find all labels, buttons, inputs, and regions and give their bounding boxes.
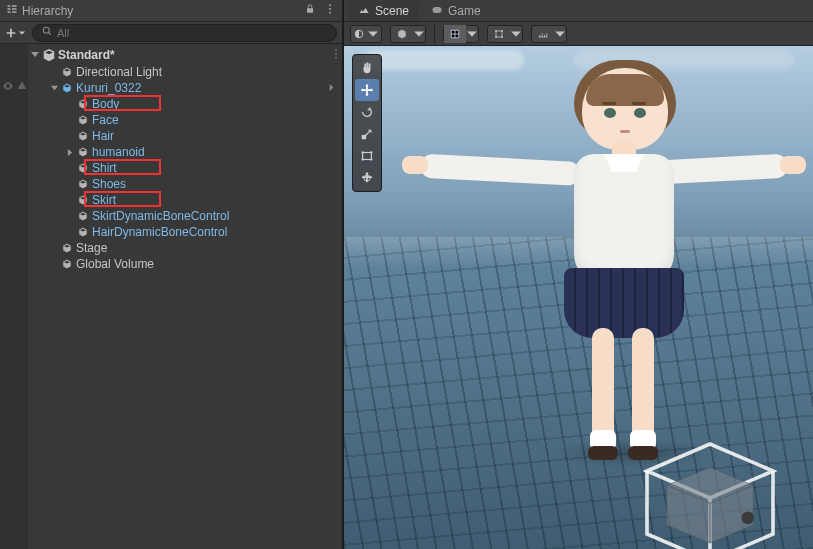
svg-rect-9 (496, 31, 502, 37)
tool-scale[interactable] (355, 123, 379, 145)
scene-name: Standard* (58, 48, 115, 62)
foldout-icon[interactable] (64, 148, 76, 157)
gameobject-label: Shoes (92, 177, 126, 191)
prefab-icon (60, 82, 74, 94)
tool-hand[interactable] (355, 57, 379, 79)
tool-rect[interactable] (355, 145, 379, 167)
svg-point-1 (329, 8, 331, 10)
unity-scene-icon (42, 48, 56, 62)
gameobject-row[interactable]: Directional Light (28, 64, 342, 80)
search-input[interactable] (57, 27, 328, 39)
gameobject-icon (76, 210, 90, 222)
svg-point-6 (335, 56, 337, 58)
hierarchy-panel: Hierarchy (0, 0, 344, 549)
tab-game[interactable]: Game (421, 1, 491, 21)
tool-rotate[interactable] (355, 101, 379, 123)
scene-row[interactable]: Standard* (28, 46, 342, 64)
gameobject-label: Directional Light (76, 65, 162, 79)
svg-point-18 (370, 151, 372, 153)
hierarchy-search[interactable] (32, 24, 337, 42)
tab-scene[interactable]: Scene (348, 1, 419, 21)
gameobject-row[interactable]: Kururi_0322 (28, 80, 342, 96)
visibility-strip (0, 44, 28, 549)
hierarchy-icon (6, 3, 18, 18)
hierarchy-header: Hierarchy (0, 0, 342, 22)
svg-point-3 (43, 27, 49, 33)
shading-mode-button[interactable] (351, 25, 381, 43)
svg-point-20 (370, 158, 372, 160)
gameobject-row[interactable]: Hair (28, 128, 342, 144)
hierarchy-toolbar (0, 22, 342, 44)
scene-tab-icon (358, 4, 370, 19)
svg-point-19 (361, 158, 363, 160)
increment-snap-button[interactable] (532, 25, 554, 43)
svg-rect-7 (433, 7, 442, 13)
kebab-icon[interactable] (324, 3, 336, 18)
gameobject-row[interactable]: humanoid (28, 144, 342, 160)
hierarchy-tree[interactable]: Standard* Directional LightKururi_0322Bo… (0, 44, 342, 549)
gameobject-icon (76, 194, 90, 206)
scene-tools-overlay (352, 54, 382, 192)
gameobject-row[interactable]: Shoes (28, 176, 342, 192)
gameobject-label: Hair (92, 129, 114, 143)
game-tab-icon (431, 4, 443, 19)
svg-point-4 (335, 49, 337, 51)
hierarchy-title: Hierarchy (22, 4, 73, 18)
gameobject-label: Global Volume (76, 257, 154, 271)
gameobject-row[interactable]: Body (28, 96, 342, 112)
gameobject-icon (76, 114, 90, 126)
svg-point-2 (329, 12, 331, 14)
svg-point-17 (361, 151, 363, 153)
grid-toggle-button[interactable] (444, 25, 466, 43)
draw-mode-dropdown[interactable] (413, 25, 425, 43)
gameobject-row[interactable]: Face (28, 112, 342, 128)
tool-move[interactable] (355, 79, 379, 101)
create-button[interactable] (5, 27, 26, 39)
gameobject-row[interactable]: Global Volume (28, 256, 342, 272)
svg-rect-16 (363, 153, 372, 160)
gameobject-icon (76, 162, 90, 174)
svg-point-0 (329, 4, 331, 6)
gameobject-row[interactable]: SkirtDynamicBoneControl (28, 208, 342, 224)
gameobject-label: Face (92, 113, 119, 127)
scene-viewport[interactable] (344, 46, 813, 549)
tab-game-label: Game (448, 4, 481, 18)
gameobject-label: Body (92, 97, 119, 111)
gameobject-row[interactable]: Shirt (28, 160, 342, 176)
gameobject-row[interactable]: HairDynamicBoneControl (28, 224, 342, 240)
gameobject-icon (60, 258, 74, 270)
gameobject-icon (60, 66, 74, 78)
gameobject-row[interactable]: Stage (28, 240, 342, 256)
gameobject-icon (76, 130, 90, 142)
svg-point-10 (495, 30, 497, 32)
foldout-icon[interactable] (48, 84, 60, 93)
gameobject-icon (76, 226, 90, 238)
lock-icon[interactable] (304, 3, 316, 18)
scene-tabs: Scene Game (344, 0, 813, 22)
scene-toolbar (344, 22, 813, 46)
gameobject-label: Stage (76, 241, 107, 255)
tool-transform[interactable] (355, 167, 379, 189)
svg-point-14 (742, 512, 755, 525)
search-icon (41, 25, 57, 40)
gameobject-label: humanoid (92, 145, 145, 159)
gameobject-label: Kururi_0322 (76, 81, 141, 95)
gameobject-label: Shirt (92, 161, 117, 175)
grid-dropdown[interactable] (466, 25, 478, 43)
gameobject-icon (76, 178, 90, 190)
gameobject-label: SkirtDynamicBoneControl (92, 209, 229, 223)
scene-panel: Scene Game (344, 0, 813, 549)
increment-snap-dropdown[interactable] (554, 25, 566, 43)
svg-point-11 (501, 30, 503, 32)
gameobject-icon (60, 242, 74, 254)
snap-button[interactable] (488, 25, 510, 43)
gameobject-row[interactable]: Skirt (28, 192, 342, 208)
visibility-icons[interactable] (2, 80, 28, 92)
foldout-icon[interactable] (28, 50, 42, 60)
gameobject-icon (76, 98, 90, 110)
scene-kebab-icon[interactable] (330, 48, 342, 63)
svg-point-12 (495, 36, 497, 38)
snap-dropdown[interactable] (510, 25, 522, 43)
toggle-2d-button[interactable] (391, 25, 413, 43)
open-prefab-icon[interactable] (327, 81, 336, 95)
